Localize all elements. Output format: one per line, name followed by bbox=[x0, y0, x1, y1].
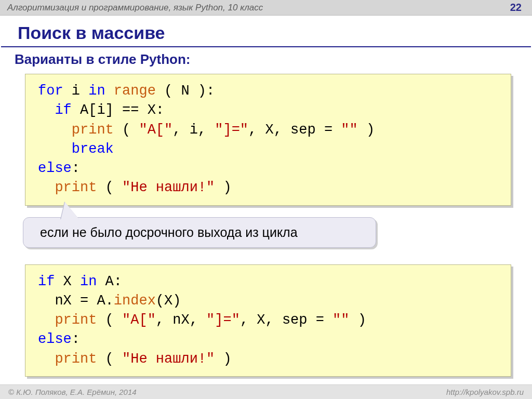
page-number: 22 bbox=[510, 2, 522, 14]
code-token: ) bbox=[215, 180, 231, 195]
code-token: print bbox=[72, 122, 114, 138]
code-token: , i, bbox=[172, 122, 215, 138]
code-token: , X, sep = bbox=[240, 312, 332, 328]
footer-copyright: © К.Ю. Поляков, Е.А. Ерёмин, 2014 bbox=[8, 388, 137, 396]
code-token: else bbox=[38, 331, 72, 347]
code-token: in bbox=[88, 83, 105, 99]
code-token: A: bbox=[97, 274, 122, 289]
code-token bbox=[38, 180, 55, 195]
code-token: nX = A. bbox=[38, 293, 114, 309]
code-token: print bbox=[55, 312, 97, 328]
code-token: "]=" bbox=[215, 122, 248, 138]
callout-text: если не было досрочного выхода из цикла bbox=[40, 225, 298, 240]
code-token: "" bbox=[341, 122, 357, 138]
code-token: "A[" bbox=[139, 122, 172, 138]
code-token: ) bbox=[350, 312, 366, 328]
course-label: Алгоритмизация и программирование, язык … bbox=[7, 3, 263, 13]
code-token: index bbox=[114, 293, 156, 309]
code-token: : bbox=[72, 331, 80, 347]
code-token: print bbox=[55, 351, 97, 367]
code-token bbox=[38, 141, 72, 157]
code-token: "]=" bbox=[206, 312, 240, 328]
callout-tail-icon bbox=[61, 202, 79, 220]
callout-note: если не было досрочного выхода из цикла bbox=[23, 217, 376, 248]
code-token: "Не нашли!" bbox=[122, 351, 215, 367]
footer-bar: © К.Ю. Поляков, Е.А. Ерёмин, 2014 http:/… bbox=[0, 384, 532, 399]
code-token: "Не нашли!" bbox=[122, 180, 215, 195]
code-token bbox=[38, 102, 55, 118]
code-token: in bbox=[80, 274, 97, 289]
code-token bbox=[38, 312, 55, 328]
code-token: "A[" bbox=[122, 312, 156, 328]
code-token: for bbox=[38, 83, 63, 99]
slide-subtitle: Варианты в стиле Python: bbox=[0, 47, 532, 71]
code-token: else bbox=[38, 161, 72, 176]
code-token: , X, sep = bbox=[248, 122, 341, 138]
footer-url: http://kpolyakov.spb.ru bbox=[446, 388, 524, 396]
code-token: : bbox=[72, 161, 80, 176]
code-token: ( bbox=[114, 122, 139, 138]
code-token: if bbox=[38, 274, 55, 289]
code-token: ) bbox=[215, 351, 231, 367]
code-token: ( bbox=[97, 351, 122, 367]
code-token: (X) bbox=[156, 293, 181, 309]
code-token: ( bbox=[97, 312, 122, 328]
code-token: range bbox=[114, 83, 156, 99]
code-token: i bbox=[63, 83, 89, 99]
code-block-2: if X in A: nX = A.index(X) print ( "A[",… bbox=[25, 264, 511, 377]
code-token: A[i] == X: bbox=[72, 102, 164, 118]
code-token bbox=[38, 122, 72, 138]
header-bar: Алгоритмизация и программирование, язык … bbox=[0, 0, 532, 16]
code-token: print bbox=[55, 180, 97, 195]
code-token: , nX, bbox=[156, 312, 206, 328]
code-token bbox=[38, 351, 55, 367]
code-token: ( N ): bbox=[156, 83, 215, 99]
code-block-1: for i in range ( N ): if A[i] == X: prin… bbox=[25, 74, 511, 206]
code-token: if bbox=[55, 102, 71, 118]
code-token: break bbox=[72, 141, 114, 157]
code-token: "" bbox=[332, 312, 349, 328]
slide-title: Поиск в массиве bbox=[1, 16, 531, 47]
code-token: ( bbox=[97, 180, 122, 195]
code-token: ) bbox=[358, 122, 375, 138]
code-token bbox=[105, 83, 114, 99]
code-token: X bbox=[55, 274, 80, 289]
